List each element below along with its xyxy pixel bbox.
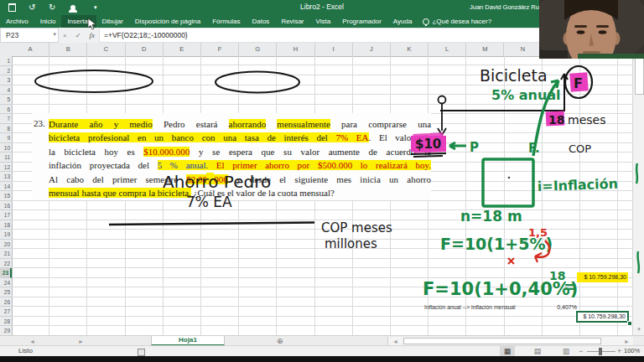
row-header-6[interactable]: 6 [0,105,12,115]
row-header-24[interactable]: 24 [0,278,12,288]
excel-window: ↺ ↻ ▾ Libro2 - Excel Juan David González… [0,0,644,362]
macro-record-icon[interactable] [138,349,145,356]
user-icon[interactable] [70,2,77,13]
column-header-I[interactable]: I [315,43,353,56]
column-header-F[interactable]: F [201,43,239,56]
row-header-16[interactable]: 16 [0,201,12,211]
row-header-15[interactable]: 15 [0,191,12,201]
undo-icon[interactable]: ↺ [29,2,35,13]
row-header-5[interactable]: 5 [0,95,12,105]
account-user-name[interactable]: Juan David González Ruiz [470,3,543,11]
save-icon[interactable] [8,2,16,13]
ribbon-tab-disposici-n-de-p-gina[interactable]: Disposición de página [129,15,206,28]
row-header-18[interactable]: 18 [0,220,12,230]
ribbon-tab-vista[interactable]: Vista [310,15,337,28]
row-header-13[interactable]: 13 [0,172,12,182]
horizontal-scrollbar[interactable]: ◄ ► [387,337,633,345]
selected-cell-P23[interactable]: $ 10.759.298,30 [576,311,629,323]
status-bar: Listo ▦ ▤ ▥ − + 100% [0,345,644,356]
row-header-3[interactable]: 3 [0,75,12,85]
select-all-corner[interactable] [0,43,13,57]
column-header-N[interactable]: N [504,43,542,56]
ribbon-tab-archivo[interactable]: Archivo [0,15,34,28]
cell-inflation-note[interactable]: Inflación anual --> inflación mensual [424,303,516,313]
view-normal-icon[interactable]: ▦ [500,346,515,356]
column-header-L[interactable]: L [428,43,466,56]
row-header-2[interactable]: 2 [0,66,12,76]
row-header-10[interactable]: 10 [0,143,12,153]
row-header-7[interactable]: 7 [0,114,12,124]
row-header-29[interactable]: 29 [0,326,12,335]
zoom-in-icon[interactable]: + [617,346,621,356]
row-headers[interactable]: 1234567891011121314151617181920212223242… [0,56,13,335]
lightbulb-icon [423,18,429,25]
row-header-8[interactable]: 8 [0,124,12,134]
row-header-12[interactable]: 12 [0,163,12,173]
problem-text: Durante año y medio Pedro estará ahorran… [49,113,431,199]
ribbon-tab-programador[interactable]: Programador [336,15,387,28]
row-header-26[interactable]: 26 [0,297,12,308]
ribbon-tab-datos[interactable]: Datos [246,15,275,28]
row-header-14[interactable]: 14 [0,182,12,192]
qat-customize-icon[interactable]: ▾ [94,2,97,13]
scroll-down-icon[interactable]: ▼ [633,325,644,334]
cell-monthly-rate[interactable]: 0,407% [543,303,577,313]
cell-future-value-yellow[interactable]: $ 10.759.298,30 [577,272,628,282]
cancel-icon[interactable]: × [63,32,67,39]
tell-me-search[interactable]: ¿Qué desea hacer? [418,15,491,28]
view-page-layout-icon[interactable]: ▤ [530,346,545,356]
row-header-21[interactable]: 21 [0,249,12,259]
vertical-scrollbar[interactable]: ▲ ▼ [632,43,644,335]
row-header-11[interactable]: 11 [0,153,12,163]
row-header-17[interactable]: 17 [0,210,12,220]
problem-line-5: Al cabo del primer semestre $2.000.000 y… [49,173,431,186]
enter-icon[interactable]: ✓ [75,32,81,39]
row-header-27[interactable]: 27 [0,307,12,317]
window-title: Libro2 - Excel [252,3,392,11]
row-header-20[interactable]: 20 [0,240,12,250]
problem-line-4: inflación proyectada del 5 % anual. El p… [49,158,431,172]
ribbon-tab-revisar[interactable]: Revisar [275,15,309,28]
sheet-tab-strip: ◄ ► Hoja1 ⊕ ◄ ► [0,335,644,345]
column-header-A[interactable]: A [12,43,49,56]
name-box-dropdown-icon[interactable]: ▾ [53,31,56,38]
column-header-K[interactable]: K [391,43,428,56]
column-header-M[interactable]: M [466,43,504,56]
insert-function-icon[interactable]: fx [89,31,95,39]
row-header-9[interactable]: 9 [0,133,12,143]
status-ready: Listo [18,347,33,354]
worksheet-area: ABCDEFGHIJKLMNOPQ 1234567891011121314151… [0,43,644,335]
ribbon-tab-ayuda[interactable]: Ayuda [387,15,418,28]
view-page-break-icon[interactable]: ▥ [558,346,574,356]
column-header-B[interactable]: B [49,43,87,56]
ribbon-tab-f-rmulas[interactable]: Fórmulas [206,15,246,28]
row-header-23[interactable]: 23 [0,268,12,278]
problem-line-6: mensual hasta que compra la bicicleta. ¿… [49,186,431,199]
column-header-J[interactable]: J [353,43,391,56]
horizontal-scroll-thumb[interactable] [403,338,601,344]
row-header-28[interactable]: 28 [0,317,12,327]
problem-line-2: bicicleta profesional en un banco con un… [49,131,431,144]
vertical-scroll-thumb[interactable] [635,54,644,95]
webcam-overlay [539,0,644,59]
ribbon-tab-dibujar[interactable]: Dibujar [96,15,129,28]
column-header-C[interactable]: C [87,43,125,56]
name-box[interactable]: P23 ▾ [0,28,59,43]
column-header-E[interactable]: E [164,43,201,56]
column-header-D[interactable]: D [126,43,164,56]
row-header-1[interactable]: 1 [0,56,12,66]
problem-statement: 23. Durante año y medio Pedro estará aho… [32,113,431,200]
column-header-H[interactable]: H [277,43,314,56]
row-header-25[interactable]: 25 [0,287,12,297]
ribbon-tab-inicio[interactable]: Inicio [34,15,62,28]
zoom-slider-thumb[interactable] [599,348,602,355]
column-header-G[interactable]: G [239,43,277,56]
row-header-22[interactable]: 22 [0,259,12,269]
row-header-19[interactable]: 19 [0,230,12,240]
zoom-out-icon[interactable]: − [579,346,583,356]
row-header-4[interactable]: 4 [0,85,12,96]
taskbar-strip [0,356,644,362]
zoom-level[interactable]: 100% [624,347,640,354]
redo-icon[interactable]: ↻ [49,2,55,13]
problem-number: 23. [34,118,45,128]
